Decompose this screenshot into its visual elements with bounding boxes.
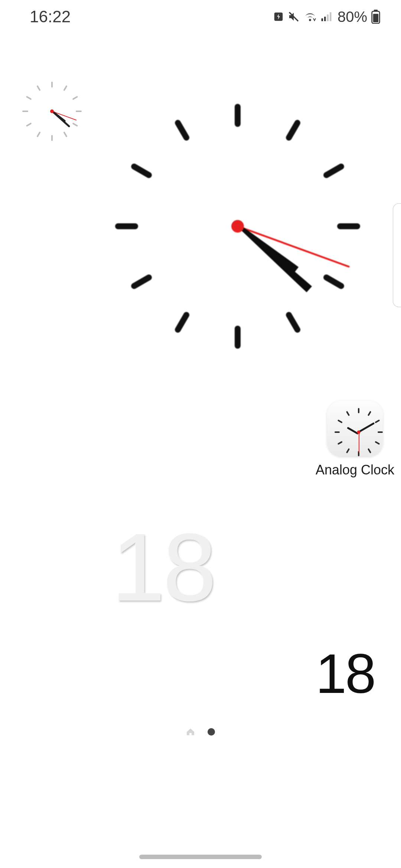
home-page-dot[interactable] bbox=[186, 728, 195, 736]
app-icon-label: Analog Clock bbox=[316, 462, 394, 478]
svg-rect-5 bbox=[330, 12, 332, 21]
battery-percent: 80% bbox=[338, 9, 367, 25]
gesture-pill[interactable] bbox=[139, 855, 262, 859]
status-clock: 16:22 bbox=[30, 7, 71, 26]
svg-rect-3 bbox=[324, 17, 326, 21]
analog-clock-app[interactable]: Analog Clock bbox=[316, 401, 394, 478]
battery-icon bbox=[371, 10, 381, 24]
svg-rect-8 bbox=[373, 14, 379, 22]
page-dot-active[interactable] bbox=[208, 728, 215, 736]
status-bar: 16:22 80% bbox=[0, 0, 401, 33]
cellular-icon bbox=[320, 11, 332, 22]
navigation-bar[interactable] bbox=[0, 855, 401, 859]
status-icons: 80% bbox=[273, 9, 381, 25]
mute-icon bbox=[288, 11, 300, 23]
wifi-icon bbox=[303, 11, 317, 22]
svg-rect-2 bbox=[321, 19, 323, 22]
analog-clock-icon bbox=[327, 401, 383, 456]
power-save-icon bbox=[273, 11, 284, 22]
svg-rect-4 bbox=[327, 14, 329, 21]
analog-clock-widget-small[interactable] bbox=[22, 82, 82, 141]
page-indicator[interactable] bbox=[0, 728, 401, 736]
analog-clock-widget-large[interactable] bbox=[115, 104, 360, 349]
date-widget-large[interactable]: 18 bbox=[111, 512, 214, 623]
edge-panel-handle[interactable] bbox=[393, 203, 401, 307]
date-widget-small[interactable]: 18 bbox=[316, 642, 375, 706]
